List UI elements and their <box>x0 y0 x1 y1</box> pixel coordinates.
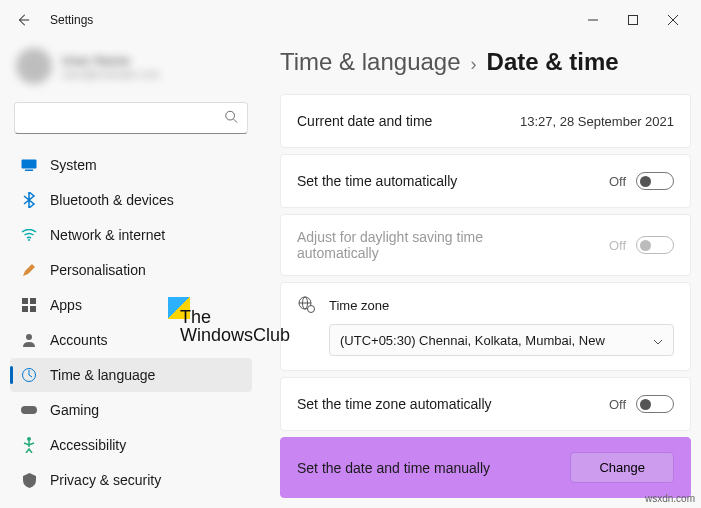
apps-icon <box>20 296 38 314</box>
timezone-label: Time zone <box>329 298 389 313</box>
auto-time-label: Set the time automatically <box>297 173 457 189</box>
svg-rect-2 <box>22 160 37 169</box>
avatar <box>16 48 52 84</box>
auto-tz-toggle[interactable] <box>636 395 674 413</box>
sidebar-item-label: Accessibility <box>50 437 126 453</box>
auto-time-toggle[interactable] <box>636 172 674 190</box>
sidebar-item-time-language[interactable]: Time & language <box>10 358 252 392</box>
current-datetime-label: Current date and time <box>297 113 432 129</box>
change-button[interactable]: Change <box>570 452 674 483</box>
account-name: User Name <box>62 53 160 68</box>
svg-rect-8 <box>30 306 36 312</box>
chevron-down-icon <box>653 333 663 348</box>
maximize-button[interactable] <box>613 5 653 35</box>
sidebar-item-apps[interactable]: Apps <box>10 288 252 322</box>
maximize-icon <box>628 15 638 25</box>
account-email: user@example.com <box>62 68 160 80</box>
sidebar-item-label: Gaming <box>50 402 99 418</box>
account-block[interactable]: User Name user@example.com <box>10 40 252 98</box>
arrow-left-icon <box>16 13 30 27</box>
auto-tz-state: Off <box>609 397 626 412</box>
page-title: Date & time <box>487 48 619 76</box>
search-input[interactable] <box>14 102 248 134</box>
sidebar-item-gaming[interactable]: Gaming <box>10 393 252 427</box>
brush-icon <box>20 261 38 279</box>
sidebar-item-privacy[interactable]: Privacy & security <box>10 463 252 497</box>
sidebar-item-system[interactable]: System <box>10 148 252 182</box>
bluetooth-icon <box>20 191 38 209</box>
close-icon <box>668 15 678 25</box>
wifi-icon <box>20 226 38 244</box>
svg-point-15 <box>308 306 315 313</box>
card-current-datetime: Current date and time 13:27, 28 Septembe… <box>280 94 691 148</box>
minimize-icon <box>588 15 598 25</box>
sidebar-item-windows-update[interactable]: Windows Update <box>10 498 252 508</box>
sidebar-item-accessibility[interactable]: Accessibility <box>10 428 252 462</box>
sidebar-item-accounts[interactable]: Accounts <box>10 323 252 357</box>
back-button[interactable] <box>8 5 38 35</box>
svg-point-12 <box>27 437 31 441</box>
dst-state: Off <box>609 238 626 253</box>
current-datetime-value: 13:27, 28 September 2021 <box>520 114 674 129</box>
sidebar-item-personalisation[interactable]: Personalisation <box>10 253 252 287</box>
dst-toggle <box>636 236 674 254</box>
timezone-value: (UTC+05:30) Chennai, Kolkata, Mumbai, Ne… <box>340 333 605 348</box>
auto-time-state: Off <box>609 174 626 189</box>
svg-rect-0 <box>629 16 638 25</box>
sidebar-item-label: Personalisation <box>50 262 146 278</box>
svg-rect-7 <box>22 306 28 312</box>
auto-tz-label: Set the time zone automatically <box>297 396 492 412</box>
dst-label: Adjust for daylight saving time automati… <box>297 229 527 261</box>
svg-rect-11 <box>21 406 37 414</box>
system-icon <box>20 156 38 174</box>
sidebar-item-label: Bluetooth & devices <box>50 192 174 208</box>
sidebar-item-label: System <box>50 157 97 173</box>
shield-icon <box>20 471 38 489</box>
globe-clock-icon <box>20 366 38 384</box>
sidebar-item-label: Privacy & security <box>50 472 161 488</box>
gaming-icon <box>20 401 38 419</box>
breadcrumb-parent[interactable]: Time & language <box>280 48 461 76</box>
timezone-select[interactable]: (UTC+05:30) Chennai, Kolkata, Mumbai, Ne… <box>329 324 674 356</box>
sidebar-item-label: Network & internet <box>50 227 165 243</box>
sidebar-item-label: Time & language <box>50 367 155 383</box>
svg-rect-3 <box>25 170 33 172</box>
card-auto-time[interactable]: Set the time automatically Off <box>280 154 691 208</box>
breadcrumb: Time & language › Date & time <box>280 48 691 76</box>
window-title: Settings <box>50 13 93 27</box>
card-timezone: Time zone (UTC+05:30) Chennai, Kolkata, … <box>280 282 691 371</box>
sidebar-item-label: Accounts <box>50 332 108 348</box>
sidebar-item-label: Apps <box>50 297 82 313</box>
close-button[interactable] <box>653 5 693 35</box>
sidebar-item-bluetooth[interactable]: Bluetooth & devices <box>10 183 252 217</box>
minimize-button[interactable] <box>573 5 613 35</box>
manual-datetime-label: Set the date and time manually <box>297 460 490 476</box>
globe-icon <box>297 295 315 316</box>
svg-rect-5 <box>22 298 28 304</box>
card-auto-timezone[interactable]: Set the time zone automatically Off <box>280 377 691 431</box>
accessibility-icon <box>20 436 38 454</box>
svg-point-9 <box>26 334 32 340</box>
card-manual-datetime: Set the date and time manually Change <box>280 437 691 498</box>
svg-rect-6 <box>30 298 36 304</box>
sidebar-item-network[interactable]: Network & internet <box>10 218 252 252</box>
user-icon <box>20 331 38 349</box>
card-dst: Adjust for daylight saving time automati… <box>280 214 691 276</box>
chevron-right-icon: › <box>471 54 477 75</box>
svg-point-4 <box>28 239 30 241</box>
